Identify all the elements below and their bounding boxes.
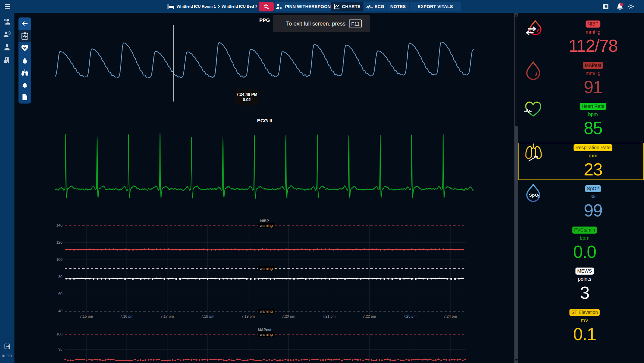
svg-text:2: 2 [538,195,540,199]
svg-text:SpO: SpO [529,193,539,198]
